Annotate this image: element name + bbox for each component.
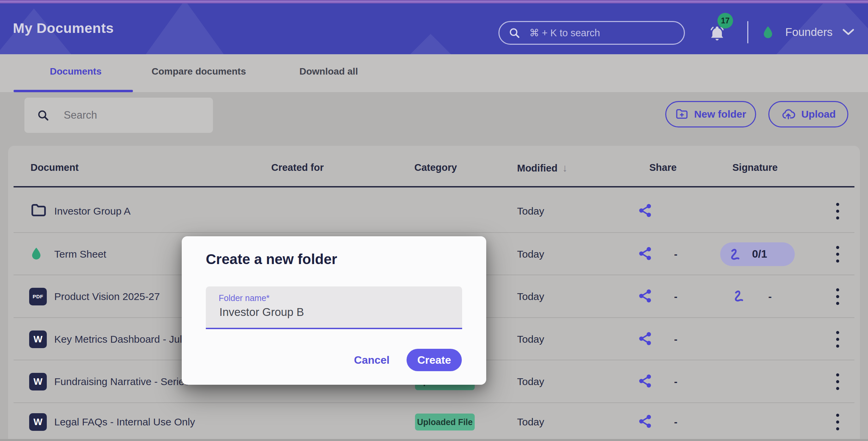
workspace-name: Founders [785, 26, 832, 39]
document-name: Key Metrics Dashboard - July [54, 334, 187, 345]
upload-button[interactable]: Upload [768, 101, 848, 127]
pdf-icon: PDF [29, 288, 47, 305]
tab-download-all[interactable]: Download all [299, 66, 358, 77]
column-share[interactable]: Share [649, 162, 677, 173]
document-search-input[interactable] [63, 109, 193, 122]
signature-icon [728, 246, 743, 262]
global-search-input[interactable] [529, 27, 666, 39]
create-folder-dialog: Create a new folder Folder name* Cancel … [182, 236, 486, 385]
new-folder-label: New folder [694, 108, 746, 120]
cloud-upload-icon [781, 107, 796, 121]
create-button[interactable]: Create [407, 349, 462, 371]
column-modified-label: Modified [517, 163, 557, 174]
document-name: Fundraising Narrative - Series [54, 376, 189, 387]
word-doc-icon: W [29, 413, 47, 431]
upload-label: Upload [801, 108, 836, 120]
row-menu-button[interactable] [834, 203, 841, 219]
folder-name-input[interactable] [219, 305, 451, 319]
window-bottom-edge [0, 439, 868, 441]
share-count: - [674, 376, 677, 387]
dialog-actions: Cancel Create [352, 349, 462, 371]
page-title: My Documents [13, 20, 114, 36]
document-name: Investor Group A [54, 205, 131, 217]
word-doc-icon: W [29, 330, 47, 348]
modified-value: Today [517, 248, 544, 260]
category-badge: Uploaded File [415, 414, 475, 430]
signature-icon[interactable] [731, 288, 747, 305]
row-menu-button[interactable] [834, 288, 841, 305]
notifications-button[interactable]: 17 [705, 18, 743, 48]
share-icon[interactable] [637, 373, 653, 391]
table-row-legal-faqs[interactable]: W Legal FAQs - Internal Use Only Uploade… [14, 403, 854, 441]
share-icon[interactable] [637, 287, 653, 306]
mountain-decoration [146, 3, 224, 54]
share-count: - [674, 248, 677, 260]
column-document[interactable]: Document [31, 162, 79, 173]
active-tab-indicator [14, 90, 133, 92]
search-icon [508, 27, 520, 39]
sort-descending-icon: ↓ [562, 162, 568, 174]
signature-count: 0/1 [752, 248, 767, 260]
tab-compare-documents[interactable]: Compare documents [152, 66, 246, 77]
column-created-for[interactable]: Created for [271, 162, 324, 173]
folder-icon [29, 202, 48, 220]
table-row-investor-group-a[interactable]: Investor Group A Today [14, 190, 854, 232]
share-count: - [674, 334, 677, 345]
modified-value: Today [517, 205, 544, 217]
mountain-decoration [410, 33, 451, 54]
global-search[interactable] [498, 21, 685, 45]
app-header: My Documents 17 Founders [0, 3, 868, 54]
row-menu-button[interactable] [834, 373, 841, 390]
row-menu-button[interactable] [834, 414, 841, 430]
folder-plus-icon [675, 107, 689, 121]
workspace-menu[interactable]: Founders [761, 18, 854, 46]
document-name: Term Sheet [54, 248, 106, 260]
share-icon[interactable] [637, 245, 653, 263]
droplet-icon [761, 23, 775, 42]
signature-status-badge[interactable]: 0/1 [720, 242, 795, 266]
word-doc-icon: W [29, 373, 47, 390]
cancel-button[interactable]: Cancel [352, 354, 392, 367]
document-name: Legal FAQs - Internal Use Only [54, 416, 195, 428]
droplet-doc-icon [29, 244, 43, 264]
modified-value: Today [517, 334, 544, 345]
signature-count: - [768, 291, 772, 302]
modified-value: Today [517, 376, 544, 387]
dialog-title: Create a new folder [206, 251, 337, 267]
document-search[interactable] [24, 98, 213, 133]
header-divider [747, 21, 748, 43]
share-icon[interactable] [637, 413, 653, 431]
folder-name-label: Folder name* [219, 293, 270, 303]
column-modified[interactable]: Modified ↓ [517, 162, 568, 174]
tab-documents[interactable]: Documents [50, 66, 101, 77]
table-header: Document Created for Category Modified ↓… [14, 149, 854, 191]
notification-badge: 17 [717, 13, 733, 28]
column-signature[interactable]: Signature [732, 162, 778, 173]
folder-name-field[interactable]: Folder name* [206, 286, 462, 329]
top-accent-bar [0, 0, 868, 3]
modified-value: Today [517, 291, 544, 302]
row-menu-button[interactable] [834, 331, 841, 347]
share-icon[interactable] [637, 330, 653, 348]
table-header-border [14, 186, 854, 187]
column-category[interactable]: Category [414, 162, 457, 173]
search-icon [37, 109, 50, 122]
share-count: - [674, 416, 677, 428]
new-folder-button[interactable]: New folder [665, 101, 756, 127]
chevron-down-icon [843, 28, 854, 36]
row-menu-button[interactable] [834, 246, 841, 262]
share-icon[interactable] [637, 202, 653, 220]
share-count: - [674, 291, 677, 302]
tab-bar: Documents Compare documents Download all [0, 54, 868, 93]
document-name: Product Vision 2025-27 [54, 291, 160, 302]
modified-value: Today [517, 416, 544, 428]
